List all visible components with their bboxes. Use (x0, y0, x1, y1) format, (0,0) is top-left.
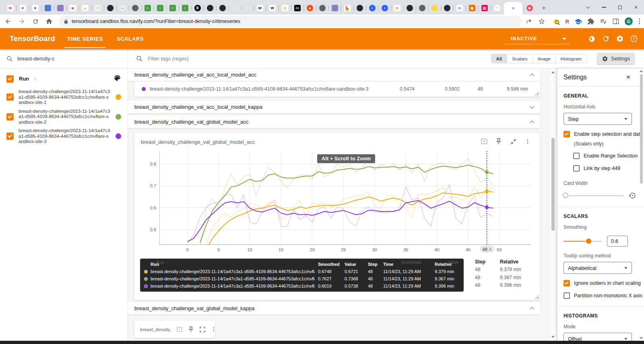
selected-step-chip[interactable]: 48× (480, 246, 495, 253)
new-tab-button[interactable]: + (538, 2, 549, 14)
reset-icon[interactable] (629, 192, 636, 199)
filter-tab-all[interactable]: All (491, 54, 507, 63)
pinned-tab[interactable] (104, 2, 116, 15)
run-checkbox[interactable] (6, 133, 14, 140)
maximize-button[interactable] (612, 0, 628, 15)
forward-icon[interactable] (16, 16, 27, 27)
url-text[interactable]: tensorboard.sandbox.flos.navify.com/?run… (72, 19, 240, 24)
run-color-dot[interactable] (116, 133, 121, 139)
pinned-tab[interactable]: W (254, 2, 266, 15)
tag-filter-input[interactable]: Filter tags (regex) (148, 56, 189, 62)
pinned-tab[interactable]: ☺ (154, 2, 166, 15)
section-global-model-kappa[interactable]: breast_density_challenge_val_global_mode… (128, 302, 540, 315)
pinned-tab[interactable]: ▲ (79, 2, 91, 15)
pinned-tab[interactable]: ▨ (478, 2, 491, 15)
filter-tab-histogram[interactable]: Histogram (555, 54, 586, 63)
pinned-tab[interactable]: G (453, 2, 466, 15)
pinned-tab[interactable] (428, 2, 441, 15)
checked-checkbox[interactable] (564, 280, 570, 286)
pinned-tab[interactable]: ∗ (17, 2, 29, 15)
run-checkbox[interactable] (6, 113, 14, 120)
slider-knob[interactable] (563, 193, 568, 198)
more-options-icon[interactable] (211, 325, 217, 334)
run-color-dot[interactable] (116, 114, 121, 120)
graduation-cap-extension-icon[interactable] (574, 18, 582, 25)
scrollbar-thumb[interactable] (551, 138, 555, 231)
section-global-model-acc[interactable]: breast_density_challenge_val_global_mode… (128, 116, 540, 128)
range-selection-checkbox-row[interactable]: Enable Range Selection (573, 153, 644, 159)
scroll-up-arrow[interactable] (640, 70, 643, 72)
pin-icon[interactable] (188, 325, 194, 334)
select-all-runs-checkbox[interactable] (6, 75, 14, 83)
playlist-extension-icon[interactable] (600, 18, 607, 25)
pinned-tab[interactable] (403, 2, 416, 15)
slider-knob[interactable] (586, 238, 591, 244)
run-filter-input[interactable]: breast-density-c (17, 56, 54, 62)
reload-icon[interactable] (30, 16, 41, 27)
pinned-tab[interactable] (416, 2, 428, 15)
contrast-theme-icon[interactable] (587, 34, 596, 43)
pinned-tab[interactable]: ▙ (341, 2, 353, 15)
pinned-tab[interactable]: ◉ (66, 2, 79, 15)
home-icon[interactable] (43, 16, 55, 27)
remove-step-icon[interactable]: × (489, 247, 491, 252)
partition-x-axis-checkbox-row[interactable]: Partition non-monotonic X axis ? (564, 292, 644, 299)
scroll-down-arrow[interactable] (551, 336, 555, 338)
pinned-tab[interactable]: — (116, 2, 129, 15)
more-options-icon[interactable] (523, 137, 532, 146)
minimize-button[interactable] (596, 0, 612, 15)
share-icon[interactable] (526, 18, 533, 25)
side-panel-icon[interactable] (612, 18, 619, 25)
filter-tab-image[interactable]: Image (533, 54, 555, 63)
section-local-model-acc[interactable]: breast_density_challenge_val_acc_local_m… (128, 68, 540, 81)
pinned-tab[interactable]: ◖ (378, 2, 391, 15)
pinned-tab[interactable] (353, 2, 366, 15)
active-tab[interactable]: × (504, 2, 522, 15)
panel-scrollbar[interactable] (640, 69, 643, 340)
pinned-tab[interactable]: ◠ (491, 2, 503, 15)
pinned-tab[interactable]: ∗ (29, 2, 41, 15)
address-bar[interactable]: tensorboard.sandbox.flos.navify.com/?run… (59, 16, 522, 27)
collapse-card-icon[interactable] (509, 137, 518, 146)
pinned-tab[interactable] (54, 2, 66, 15)
duck-search-extension-icon[interactable] (553, 18, 560, 25)
scrollbar-thumb[interactable] (640, 74, 643, 184)
pinned-tab[interactable]: ▦ (466, 2, 478, 15)
pinned-tab[interactable] (441, 2, 453, 15)
reload-data-icon[interactable] (601, 34, 610, 43)
tooltip-sort-select[interactable]: Alphabetical (564, 262, 632, 274)
app-logo[interactable]: TensorBoard (10, 28, 55, 49)
r-extension-icon[interactable]: R (566, 19, 569, 25)
scroll-up-arrow[interactable] (551, 71, 555, 73)
tab-scalars[interactable]: SCALARS (110, 28, 151, 49)
pinned-tab[interactable]: W (266, 2, 279, 15)
bookmark-star-icon[interactable] (538, 18, 545, 25)
run-list-item[interactable]: breast-density-challenge/2023-11-14/1a47… (0, 107, 128, 127)
resize-handle[interactable] (535, 295, 539, 299)
main-scrollbar[interactable] (550, 68, 556, 341)
smoothing-slider[interactable] (564, 241, 602, 242)
close-window-button[interactable]: × (628, 0, 644, 15)
pinned-tab[interactable] (41, 2, 54, 15)
fit-to-domain-icon[interactable] (480, 137, 489, 146)
pinned-tab[interactable] (328, 2, 341, 15)
pinned-tab[interactable] (241, 2, 254, 15)
pinned-tab[interactable]: Ⅱ (191, 2, 204, 15)
pinned-tab[interactable]: ◖ (366, 2, 378, 15)
histogram-mode-select[interactable]: Offset (564, 333, 632, 341)
sort-ascending-icon[interactable]: ↑ (34, 77, 37, 81)
unchecked-checkbox[interactable] (573, 153, 580, 159)
pinned-tab[interactable]: AI (291, 2, 303, 15)
pinned-tab[interactable]: ☻ (523, 2, 536, 15)
checked-checkbox[interactable] (564, 131, 570, 137)
filter-tab-scalars[interactable]: Scalars (507, 54, 532, 63)
unchecked-checkbox[interactable] (573, 165, 580, 172)
pinned-tab[interactable]: M (4, 2, 17, 15)
pinned-tab[interactable]: ☺ (166, 2, 179, 15)
reload-status-select[interactable]: INACTIVE (504, 33, 570, 44)
run-list-item[interactable]: breast-density-challenge/2023-11-14/1a47… (0, 87, 128, 107)
horizontal-axis-select[interactable]: Step (564, 113, 632, 125)
fullscreen-icon[interactable] (199, 325, 206, 334)
close-icon[interactable]: × (626, 73, 630, 81)
section-local-model-kappa[interactable]: breast_density_challenge_val_acc_local_m… (128, 101, 540, 113)
